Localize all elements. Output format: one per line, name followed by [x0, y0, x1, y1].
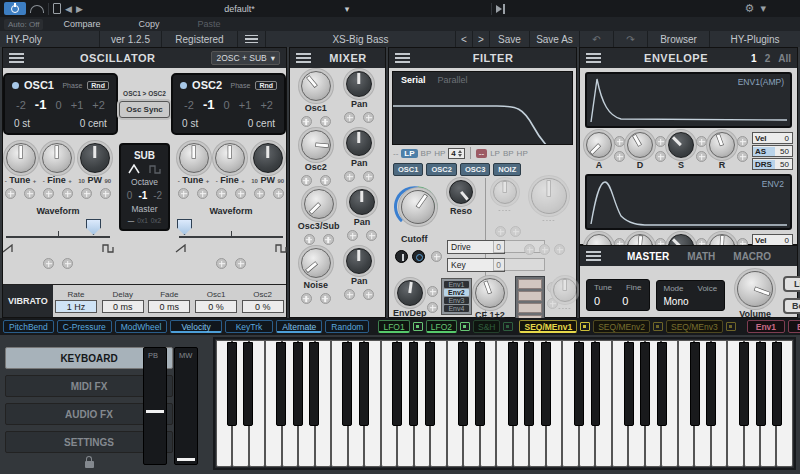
mixer-noise-level-knob[interactable] — [301, 248, 331, 278]
seq-menv1-display-icon[interactable] — [580, 322, 590, 331]
preset-dropdown[interactable]: default*▾ — [87, 4, 487, 14]
limit-button[interactable]: Limit — [783, 276, 800, 292]
paste-button[interactable]: Paste — [179, 18, 238, 30]
env1-as-box[interactable]: AS50 — [752, 145, 793, 157]
pb-slider-handle[interactable] — [146, 410, 164, 413]
mod-plus-button[interactable] — [43, 188, 54, 199]
mixer-osc2-pan-knob[interactable] — [346, 130, 372, 156]
env1-display[interactable]: ENV1(AMP) — [585, 72, 792, 128]
vibrato-osc2-value[interactable]: 0 % — [242, 300, 284, 313]
mod-plus-button[interactable] — [301, 293, 312, 304]
mw-slider[interactable]: MW — [174, 347, 198, 465]
env-tab-1[interactable]: 1 — [751, 53, 757, 64]
mod-plus-button[interactable] — [614, 136, 625, 147]
mod-plus-button[interactable] — [431, 251, 442, 262]
filter-envdep-knob[interactable] — [397, 280, 423, 306]
filter1-type-hp[interactable]: HP — [434, 149, 445, 158]
osc1-waveform-slider[interactable] — [0, 219, 116, 245]
filter1-type-none[interactable]: -- — [393, 149, 398, 158]
master-menu-icon[interactable] — [586, 251, 601, 261]
keytrack-toggle-icon[interactable] — [395, 250, 408, 263]
mod-plus-button[interactable] — [363, 112, 374, 123]
routing-serial-tab[interactable]: Serial — [401, 75, 426, 85]
prev-preset-button[interactable]: ◀ — [65, 4, 72, 14]
browser-button[interactable]: Browser — [648, 31, 710, 47]
mod-random[interactable]: Random — [325, 320, 369, 333]
current-preset-name[interactable]: XS-Big Bass — [266, 31, 456, 47]
osc1-octave-selector[interactable]: -2-10+1+2 — [12, 97, 109, 112]
mod-plus-button[interactable] — [495, 226, 506, 237]
mod-plus-button[interactable] — [301, 116, 312, 127]
piano-black-key[interactable] — [392, 342, 402, 426]
osc2-phase-mode-button[interactable]: Rnd — [255, 81, 277, 90]
lfo1-display-icon[interactable] — [413, 322, 423, 331]
mod-plus-button[interactable] — [43, 258, 54, 269]
vibrato-rate-value[interactable]: 1 Hz — [55, 300, 97, 313]
filter2-key-box[interactable] — [493, 258, 545, 271]
mod-env2[interactable]: Env2 — [788, 320, 800, 333]
mod-seq-menv2[interactable]: SEQ/MEnv2 — [593, 320, 650, 333]
copy-button[interactable]: Copy — [120, 18, 177, 30]
piano-black-key[interactable] — [657, 342, 667, 426]
filter1-reso-knob[interactable] — [449, 180, 473, 204]
mod-lfo1[interactable]: LFO1 — [378, 320, 409, 333]
mod-plus-button[interactable] — [655, 136, 666, 147]
bypass-curve-icon[interactable] — [30, 5, 44, 13]
env-tab-2[interactable]: 2 — [765, 53, 771, 64]
mod-plus-button[interactable] — [100, 188, 111, 199]
mod-plus-button[interactable] — [24, 188, 35, 199]
osc1-semitone-value[interactable]: 0 st — [14, 118, 30, 129]
sh-display-icon[interactable] — [503, 322, 513, 331]
sub-master-selector[interactable]: —0x10x2 — [128, 217, 161, 224]
mod-plus-button[interactable] — [235, 258, 246, 269]
tab-master[interactable]: MASTER — [627, 251, 669, 262]
piano-black-key[interactable] — [293, 342, 303, 426]
mod-plus-button[interactable] — [216, 258, 227, 269]
oscillator-menu-icon[interactable] — [9, 53, 24, 63]
piano-black-key[interactable] — [359, 342, 369, 426]
mod-plus-button[interactable] — [178, 188, 189, 199]
mod-plus-button[interactable] — [554, 244, 565, 255]
filter-env-selector[interactable]: Env1 Env2 Env3 Env4 — [441, 278, 472, 315]
boost-button[interactable]: Boost — [783, 298, 800, 314]
filter2-type-lp[interactable]: LP — [490, 149, 500, 158]
mod-plus-button[interactable] — [344, 289, 355, 300]
filter-cf-knob[interactable] — [475, 278, 505, 308]
mod-plus-button[interactable] — [363, 289, 374, 300]
gear-dropdown-icon[interactable]: ▾ — [760, 2, 766, 15]
osc2-waveform-handle[interactable] — [177, 219, 192, 235]
pb-slider[interactable]: PB — [143, 347, 167, 465]
mod-plus-button[interactable] — [5, 188, 16, 199]
mod-plus-button[interactable] — [62, 258, 73, 269]
mod-sh[interactable]: S&H — [473, 320, 500, 333]
piano-black-key[interactable] — [458, 342, 468, 426]
env1-drs-box[interactable]: DRS50 — [752, 158, 793, 170]
osc1-cent-value[interactable]: 0 cent — [80, 118, 107, 129]
filter1-cutoff-knob[interactable] — [393, 182, 443, 232]
mod-plus-button[interactable] — [304, 234, 315, 245]
mod-plus-button[interactable] — [524, 244, 535, 255]
mod-lfo2[interactable]: LFO2 — [426, 320, 457, 333]
undo-button[interactable]: ↶ — [580, 31, 614, 47]
env1-sustain-knob[interactable] — [668, 132, 694, 158]
mod-pitchbend[interactable]: PitchBend — [3, 320, 54, 333]
piano-black-key[interactable] — [690, 342, 700, 426]
mixer-osc1-pan-knob[interactable] — [346, 71, 372, 97]
mod-plus-button[interactable] — [254, 188, 265, 199]
filter2-drive-box[interactable] — [493, 240, 545, 253]
mod-plus-button[interactable] — [696, 136, 707, 147]
cutoff-link-toggle-icon[interactable] — [412, 250, 425, 263]
mixer-menu-icon[interactable] — [296, 53, 311, 63]
filter1-input-noiz[interactable]: NOIZ — [493, 163, 521, 176]
filter1-type-bp[interactable]: BP — [421, 149, 432, 158]
osc1-pw-knob[interactable] — [80, 143, 110, 173]
mod-plus-button[interactable] — [197, 188, 208, 199]
filter-curve[interactable] — [393, 88, 574, 144]
mod-plus-button[interactable] — [737, 151, 748, 162]
osc-sync-button[interactable]: Osc Sync — [119, 101, 169, 118]
env1-vel-box[interactable]: Vel0 — [752, 132, 793, 144]
mod-keytrk[interactable]: KeyTrk — [225, 320, 274, 333]
vibrato-osc1-value[interactable]: 0 % — [195, 300, 237, 313]
osc2-cent-value[interactable]: 0 cent — [248, 118, 275, 129]
filter2-reso-knob[interactable] — [493, 180, 517, 204]
